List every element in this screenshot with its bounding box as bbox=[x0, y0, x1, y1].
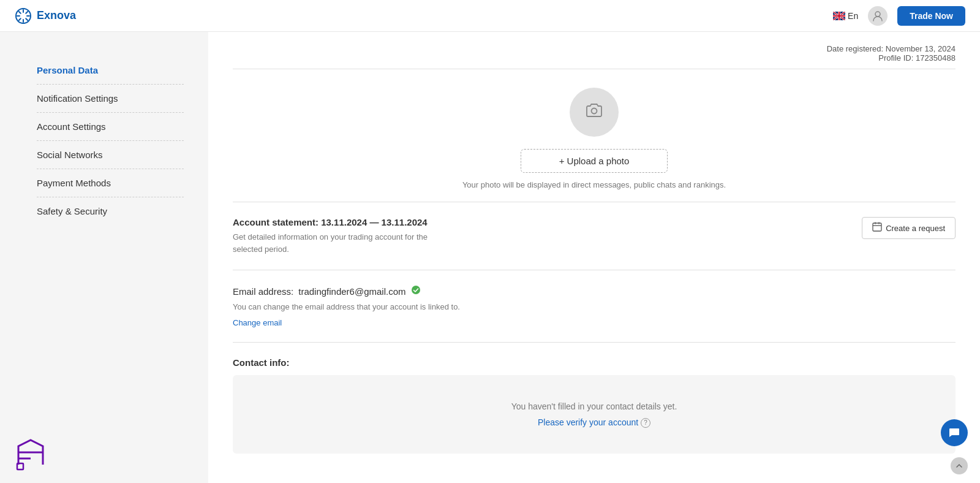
photo-hint: Your photo will be displayed in direct m… bbox=[462, 180, 726, 189]
email-section: Email address: tradingfinder6@gmail.com … bbox=[233, 270, 956, 343]
chat-button[interactable] bbox=[941, 419, 968, 446]
user-avatar-header[interactable] bbox=[868, 6, 888, 26]
email-desc: You can change the email address that yo… bbox=[233, 301, 478, 313]
flag-icon bbox=[833, 12, 845, 20]
sidebar-nav: Personal Data Notification Settings Acco… bbox=[37, 56, 184, 225]
header-right: En Trade Now bbox=[833, 6, 965, 26]
page-wrapper: Personal Data Notification Settings Acco… bbox=[0, 32, 980, 483]
avatar-circle bbox=[570, 88, 619, 137]
logo-icon bbox=[15, 7, 32, 25]
sidebar-item-payment-methods[interactable]: Payment Methods bbox=[37, 169, 184, 197]
svg-point-13 bbox=[412, 286, 420, 294]
scroll-top-button[interactable] bbox=[951, 457, 968, 474]
sidebar-item-notification-settings[interactable]: Notification Settings bbox=[37, 85, 184, 113]
help-icon[interactable]: ? bbox=[641, 418, 650, 428]
email-value: tradingfinder6@gmail.com bbox=[298, 286, 405, 297]
photo-section: + Upload a photo Your photo will be disp… bbox=[233, 69, 956, 202]
sidebar-item-account-settings[interactable]: Account Settings bbox=[37, 113, 184, 141]
language-selector[interactable]: En bbox=[833, 11, 858, 21]
verify-account-link[interactable]: Please verify your account bbox=[538, 417, 638, 427]
email-label: Email address: bbox=[233, 286, 293, 297]
lang-label: En bbox=[848, 11, 858, 21]
camera-icon bbox=[584, 101, 604, 124]
create-request-button[interactable]: Create a request bbox=[862, 217, 956, 239]
svg-point-11 bbox=[592, 108, 597, 113]
svg-line-7 bbox=[26, 11, 28, 13]
sidebar-item-safety-security[interactable]: Safety & Security bbox=[37, 197, 184, 225]
sidebar-item-personal-data[interactable]: Personal Data bbox=[37, 56, 184, 85]
logo[interactable]: Exnova bbox=[15, 7, 76, 25]
sidebar: Personal Data Notification Settings Acco… bbox=[0, 32, 208, 483]
svg-line-5 bbox=[19, 11, 21, 13]
sidebar-link-safety-security[interactable]: Safety & Security bbox=[37, 197, 184, 225]
svg-line-8 bbox=[19, 18, 21, 20]
sidebar-link-personal-data[interactable]: Personal Data bbox=[37, 56, 184, 84]
header: Exnova En Trade Now bbox=[0, 0, 980, 32]
sidebar-link-social-networks[interactable]: Social Networks bbox=[37, 141, 184, 169]
create-request-label: Create a request bbox=[886, 224, 945, 233]
profile-id: Profile ID: 172350488 bbox=[233, 53, 956, 63]
upload-photo-button[interactable]: + Upload a photo bbox=[521, 149, 668, 173]
contact-title: Contact info: bbox=[233, 357, 956, 368]
section-header-statement: Account statement: 13.11.2024 — 13.11.20… bbox=[233, 217, 956, 255]
sidebar-item-social-networks[interactable]: Social Networks bbox=[37, 141, 184, 169]
svg-rect-12 bbox=[873, 223, 881, 231]
sidebar-link-payment-methods[interactable]: Payment Methods bbox=[37, 169, 184, 197]
svg-point-10 bbox=[875, 12, 880, 17]
date-registered: Date registered: November 13, 2024 bbox=[233, 44, 956, 53]
statement-desc: Get detailed information on your trading… bbox=[233, 231, 428, 255]
sidebar-link-account-settings[interactable]: Account Settings bbox=[37, 113, 184, 140]
contact-empty-box: You haven't filled in your contact detai… bbox=[233, 375, 956, 454]
statement-info: Account statement: 13.11.2024 — 13.11.20… bbox=[233, 217, 428, 255]
corner-logo bbox=[12, 434, 49, 471]
contact-empty-text: You haven't filled in your contact detai… bbox=[245, 400, 943, 413]
trade-now-button[interactable]: Trade Now bbox=[897, 6, 965, 26]
statement-title: Account statement: 13.11.2024 — 13.11.20… bbox=[233, 217, 428, 227]
email-row: Email address: tradingfinder6@gmail.com bbox=[233, 285, 956, 297]
account-statement-section: Account statement: 13.11.2024 — 13.11.20… bbox=[233, 202, 956, 270]
profile-meta: Date registered: November 13, 2024 Profi… bbox=[233, 32, 956, 69]
sidebar-link-notification-settings[interactable]: Notification Settings bbox=[37, 85, 184, 112]
main-content: Date registered: November 13, 2024 Profi… bbox=[208, 32, 980, 483]
logo-text: Exnova bbox=[37, 9, 76, 22]
change-email-link[interactable]: Change email bbox=[233, 318, 282, 327]
contact-verify-row: Please verify your account ? bbox=[245, 416, 943, 429]
svg-line-6 bbox=[26, 18, 28, 20]
contact-section: Contact info: You haven't filled in your… bbox=[233, 343, 956, 469]
calendar-icon bbox=[872, 222, 882, 234]
verified-icon bbox=[411, 285, 421, 297]
